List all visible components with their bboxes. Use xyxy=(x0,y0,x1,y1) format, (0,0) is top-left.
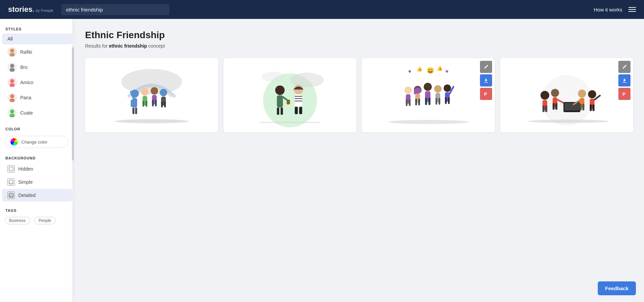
download-button-3[interactable] xyxy=(480,74,492,86)
svg-point-58 xyxy=(404,86,412,94)
sidebar-item-label: Bro xyxy=(20,65,28,70)
sidebar: STYLES All Rafiki Bro Amico Pana xyxy=(0,19,74,302)
sidebar-item-detailed[interactable]: Detailed xyxy=(2,189,72,202)
how-it-works-link[interactable]: How it works xyxy=(594,7,622,12)
results-prefix: Results for xyxy=(85,43,109,49)
svg-rect-40 xyxy=(277,95,283,107)
logo-dot: . xyxy=(32,5,34,14)
svg-rect-5 xyxy=(10,83,15,87)
tags-container: Business People xyxy=(0,215,74,227)
svg-text:😄: 😄 xyxy=(427,67,434,74)
sidebar-item-all[interactable]: All xyxy=(2,33,72,44)
image-card-2[interactable] xyxy=(223,58,356,132)
svg-rect-11 xyxy=(9,180,13,184)
download-button-4[interactable] xyxy=(618,74,630,86)
pinterest-button-3[interactable]: P xyxy=(480,88,492,100)
illustration-2 xyxy=(230,63,350,127)
svg-rect-42 xyxy=(287,100,290,104)
sidebar-item-simple[interactable]: Simple xyxy=(2,176,72,188)
scrollbar-track[interactable] xyxy=(72,19,74,302)
svg-point-35 xyxy=(114,119,189,123)
search-input[interactable] xyxy=(61,4,169,15)
svg-rect-3 xyxy=(10,68,15,72)
color-wheel-icon xyxy=(10,138,18,146)
svg-rect-29 xyxy=(152,100,154,106)
tag-people[interactable]: People xyxy=(34,217,55,224)
hamburger-line xyxy=(628,7,636,8)
svg-rect-69 xyxy=(428,98,430,105)
image-card-3[interactable]: ♥ 👍 😄 👍 ♥ xyxy=(362,58,495,132)
cuate-avatar xyxy=(7,108,17,118)
svg-text:👍: 👍 xyxy=(437,66,443,71)
image-card-1[interactable] xyxy=(85,58,218,132)
main-layout: STYLES All Rafiki Bro Amico Pana xyxy=(0,19,644,302)
sidebar-item-amico[interactable]: Amico xyxy=(2,75,72,90)
svg-text:👍: 👍 xyxy=(417,66,423,72)
svg-rect-1 xyxy=(10,53,15,56)
svg-point-82 xyxy=(540,91,549,100)
svg-rect-22 xyxy=(135,107,137,114)
hidden-icon xyxy=(7,165,15,173)
header-right: How it works xyxy=(594,7,636,12)
svg-rect-92 xyxy=(564,103,579,110)
svg-rect-72 xyxy=(435,98,437,105)
sidebar-item-label: Rafiki xyxy=(20,49,32,55)
svg-text:P: P xyxy=(622,92,625,97)
svg-rect-34 xyxy=(164,101,166,107)
svg-point-74 xyxy=(444,84,451,92)
color-section: Change color xyxy=(0,133,74,151)
image-grid: ♥ 👍 😄 👍 ♥ xyxy=(85,58,633,132)
logo-text: stories xyxy=(8,5,32,14)
illustration-3: ♥ 👍 😄 👍 ♥ xyxy=(369,63,488,127)
svg-rect-43 xyxy=(277,107,279,115)
svg-rect-102 xyxy=(592,104,594,111)
svg-rect-78 xyxy=(448,97,450,104)
pinterest-button-4[interactable]: P xyxy=(618,88,630,100)
svg-rect-60 xyxy=(406,99,407,106)
svg-rect-51 xyxy=(299,107,302,114)
svg-point-6 xyxy=(10,94,14,98)
sidebar-item-hidden[interactable]: Hidden xyxy=(2,162,72,175)
feedback-button[interactable]: Feedback xyxy=(598,281,636,295)
tag-business[interactable]: Business xyxy=(5,217,30,224)
svg-rect-25 xyxy=(142,101,144,107)
svg-rect-64 xyxy=(415,99,417,105)
svg-point-27 xyxy=(151,87,158,95)
svg-rect-85 xyxy=(545,105,547,112)
sidebar-item-pana[interactable]: Pana xyxy=(2,90,72,105)
logo: stories . by Freepik xyxy=(8,5,53,14)
edit-button-4[interactable] xyxy=(618,61,630,73)
svg-rect-90 xyxy=(555,103,557,110)
sidebar-item-cuate[interactable]: Cuate xyxy=(2,105,72,120)
results-suffix: concept xyxy=(147,43,165,49)
svg-text:P: P xyxy=(484,92,487,97)
hamburger-menu[interactable] xyxy=(628,7,636,12)
svg-point-2 xyxy=(10,64,14,68)
sidebar-item-bro[interactable]: Bro xyxy=(2,60,72,75)
detailed-icon xyxy=(7,192,15,199)
svg-rect-9 xyxy=(10,114,15,117)
sidebar-item-rafiki[interactable]: Rafiki xyxy=(2,45,72,59)
hidden-label: Hidden xyxy=(18,166,33,172)
svg-rect-84 xyxy=(542,105,544,112)
svg-rect-61 xyxy=(409,99,410,106)
results-keyword: ethnic friendship xyxy=(109,43,147,49)
amico-avatar xyxy=(7,78,17,87)
logo-by: by Freepik xyxy=(36,8,53,12)
svg-rect-96 xyxy=(580,104,582,110)
svg-point-38 xyxy=(261,72,285,82)
svg-rect-89 xyxy=(553,103,555,110)
svg-rect-44 xyxy=(280,107,283,115)
image-card-4[interactable]: P xyxy=(500,58,633,132)
edit-button-3[interactable] xyxy=(480,61,492,73)
scrollbar-thumb[interactable] xyxy=(72,47,74,160)
change-color-button[interactable]: Change color xyxy=(5,136,69,148)
svg-point-70 xyxy=(434,85,441,93)
svg-point-79 xyxy=(388,120,469,124)
tags-section-title: TAGS xyxy=(0,206,74,215)
hamburger-line xyxy=(628,11,636,12)
page-title: Ethnic Friendship xyxy=(85,30,633,41)
svg-rect-26 xyxy=(145,101,147,107)
sidebar-item-label: All xyxy=(7,36,13,42)
detailed-label: Detailed xyxy=(18,193,35,198)
